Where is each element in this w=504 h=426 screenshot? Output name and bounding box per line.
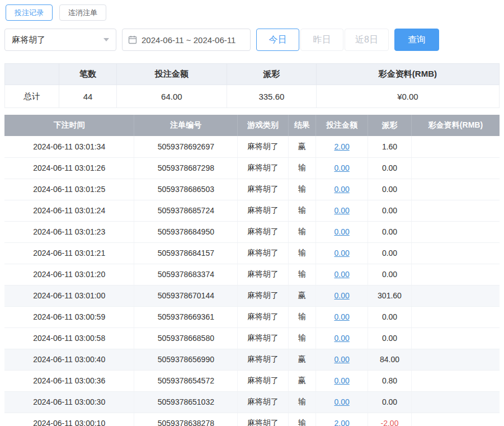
bet-amount-link[interactable]: 0.00 xyxy=(334,206,349,215)
cell-time: 2024-06-11 03:01:34 xyxy=(4,136,134,157)
cell-result: 输 xyxy=(288,157,316,179)
cell-time: 2024-06-11 03:00:30 xyxy=(4,391,134,413)
query-button[interactable]: 查询 xyxy=(394,29,439,51)
cell-order: 5059378685724 xyxy=(134,200,238,221)
cell-game: 麻将胡了 xyxy=(238,242,288,264)
cell-game: 麻将胡了 xyxy=(238,221,288,242)
records-tbody: 2024-06-11 03:01:34 5059378692697 麻将胡了 赢… xyxy=(4,136,500,426)
date-range-input[interactable]: 2024-06-11 ~ 2024-06-11 xyxy=(122,29,251,51)
bet-amount-link[interactable]: 0.00 xyxy=(334,249,349,258)
cell-result: 赢 xyxy=(288,349,316,370)
cell-time: 2024-06-11 03:01:21 xyxy=(4,242,134,264)
cell-time: 2024-06-11 03:00:58 xyxy=(4,327,134,349)
summary-total-row: 总计 44 64.00 335.60 ¥0.00 xyxy=(5,85,500,108)
table-row: 2024-06-11 03:00:40 5059378656990 麻将胡了 赢… xyxy=(4,349,500,370)
cell-payout: 0.00 xyxy=(368,157,412,179)
bet-amount-link[interactable]: 0.00 xyxy=(334,227,349,236)
table-row: 2024-06-11 03:00:58 5059378668580 麻将胡了 输… xyxy=(4,327,500,349)
cell-time: 2024-06-11 03:00:36 xyxy=(4,370,134,391)
quick-button-today[interactable]: 今日 xyxy=(256,29,299,51)
cell-bet: 0.00 xyxy=(316,221,368,242)
cell-result: 输 xyxy=(288,306,316,327)
summary-total-count: 44 xyxy=(59,85,117,108)
cell-result: 赢 xyxy=(288,136,316,157)
cell-order: 5059378684950 xyxy=(134,221,238,242)
summary-header-bet: 投注金额 xyxy=(116,64,227,85)
cell-order: 5059378638278 xyxy=(134,413,238,426)
cell-jackpot xyxy=(411,157,500,179)
cell-jackpot xyxy=(411,413,500,426)
cell-game: 麻将胡了 xyxy=(238,179,288,200)
bet-amount-link[interactable]: 0.00 xyxy=(334,397,349,406)
cell-jackpot xyxy=(411,285,500,306)
records-header-game: 游戏类别 xyxy=(238,115,288,136)
cell-order: 5059378656990 xyxy=(134,349,238,370)
cell-bet: 0.00 xyxy=(316,391,368,413)
table-row: 2024-06-11 03:01:23 5059378684950 麻将胡了 输… xyxy=(4,221,500,242)
bet-amount-link[interactable]: 2.00 xyxy=(334,419,349,426)
bet-amount-link[interactable]: 0.00 xyxy=(334,312,349,321)
caret-down-icon xyxy=(103,38,109,41)
cell-bet: 0.00 xyxy=(316,370,368,391)
cell-result: 输 xyxy=(288,221,316,242)
summary-total-payout: 335.60 xyxy=(227,85,316,108)
cell-result: 输 xyxy=(288,200,316,221)
table-row: 2024-06-11 03:01:26 5059378687298 麻将胡了 输… xyxy=(4,157,500,179)
bet-amount-link[interactable]: 0.00 xyxy=(334,334,349,343)
cell-game: 麻将胡了 xyxy=(238,136,288,157)
cell-game: 麻将胡了 xyxy=(238,285,288,306)
bet-amount-link[interactable]: 0.00 xyxy=(334,291,349,300)
bet-amount-link[interactable]: 2.00 xyxy=(334,142,349,151)
summary-header-count: 笔数 xyxy=(59,64,117,85)
bet-amount-link[interactable]: 0.00 xyxy=(334,376,349,385)
tab-cancelled-orders[interactable]: 连消注单 xyxy=(59,4,106,21)
cell-payout: 0.00 xyxy=(368,391,412,413)
records-header-row: 下注时间 注单编号 游戏类别 结果 投注金额 派彩 彩金资料(RMB) xyxy=(4,115,500,136)
summary-header-payout: 派彩 xyxy=(227,64,316,85)
cell-time: 2024-06-11 03:01:25 xyxy=(4,179,134,200)
cell-order: 5059378654572 xyxy=(134,370,238,391)
cell-payout: 0.00 xyxy=(368,327,412,349)
cell-payout: 0.80 xyxy=(368,370,412,391)
bet-amount-link[interactable]: 0.00 xyxy=(334,355,349,364)
cell-bet: 2.00 xyxy=(316,136,368,157)
cell-time: 2024-06-11 03:01:23 xyxy=(4,221,134,242)
cell-payout: 1.60 xyxy=(368,136,412,157)
quick-button-yesterday[interactable]: 昨日 xyxy=(300,29,343,51)
summary-header-row: 笔数 投注金额 派彩 彩金资料(RMB) xyxy=(5,64,500,85)
cell-jackpot xyxy=(411,391,500,413)
cell-order: 5059378668580 xyxy=(134,327,238,349)
bet-amount-link[interactable]: 0.00 xyxy=(334,270,349,279)
cell-order: 5059378683374 xyxy=(134,264,238,285)
cell-result: 输 xyxy=(288,327,316,349)
table-row: 2024-06-11 03:01:24 5059378685724 麻将胡了 输… xyxy=(4,200,500,221)
table-row: 2024-06-11 03:01:25 5059378686503 麻将胡了 输… xyxy=(4,179,500,200)
cell-bet: 0.00 xyxy=(316,179,368,200)
cell-time: 2024-06-11 03:00:40 xyxy=(4,349,134,370)
cell-result: 赢 xyxy=(288,370,316,391)
table-row: 2024-06-11 03:00:36 5059378654572 麻将胡了 赢… xyxy=(4,370,500,391)
cell-bet: 0.00 xyxy=(316,264,368,285)
summary-table: 笔数 投注金额 派彩 彩金资料(RMB) 总计 44 64.00 335.60 … xyxy=(4,63,500,108)
cell-jackpot xyxy=(411,221,500,242)
bet-amount-link[interactable]: 0.00 xyxy=(334,185,349,194)
records-header-result: 结果 xyxy=(288,115,316,136)
cell-time: 2024-06-11 03:01:20 xyxy=(4,264,134,285)
tab-bet-records[interactable]: 投注记录 xyxy=(6,4,53,21)
cell-bet: 0.00 xyxy=(316,157,368,179)
bet-amount-link[interactable]: 0.00 xyxy=(334,163,349,172)
page: 投注记录 连消注单 麻将胡了 2024-06-11 ~ 2024-06-11 今… xyxy=(0,0,504,426)
cell-bet: 0.00 xyxy=(316,349,368,370)
summary-header-blank xyxy=(5,64,59,85)
game-select-value: 麻将胡了 xyxy=(12,35,45,45)
records-table: 下注时间 注单编号 游戏类别 结果 投注金额 派彩 彩金资料(RMB) 2024… xyxy=(4,115,500,426)
cell-game: 麻将胡了 xyxy=(238,264,288,285)
cell-order: 5059378692697 xyxy=(134,136,238,157)
table-row: 2024-06-11 03:00:10 5059378638278 麻将胡了 输… xyxy=(4,413,500,426)
cell-bet: 0.00 xyxy=(316,327,368,349)
cell-jackpot xyxy=(411,242,500,264)
quick-button-last8days[interactable]: 近8日 xyxy=(345,29,389,51)
cell-time: 2024-06-11 03:01:00 xyxy=(4,285,134,306)
cell-time: 2024-06-11 03:01:24 xyxy=(4,200,134,221)
game-select[interactable]: 麻将胡了 xyxy=(4,29,116,51)
